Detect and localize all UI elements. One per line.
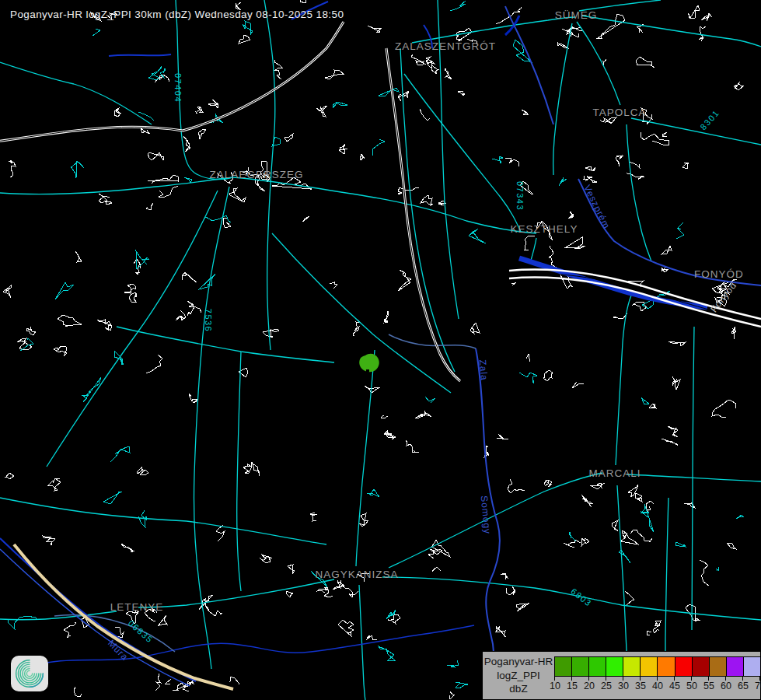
color-scale-legend: Poganyvar-HR logZ_PPI dbZ 10152025303540…	[482, 651, 761, 700]
legend-swatch	[623, 657, 641, 676]
legend-swatch	[555, 657, 572, 676]
legend-tick-label: 35	[635, 681, 646, 691]
radar-echo-notch	[366, 369, 369, 372]
legend-tick-label: 15	[567, 681, 578, 691]
town-label-nagykanizsa: NAGYKANIZSA	[315, 569, 398, 580]
town-label-zalaegerszeg: ZALAEGERSZEG	[210, 169, 304, 180]
radar-map-canvas	[0, 0, 761, 700]
town-label-sümeg: SÜMEG	[555, 9, 598, 21]
legend-tick-label: 45	[669, 681, 680, 691]
road-number-label: 07343	[515, 181, 525, 211]
legend-tick-labels: 10152025303540455055606570	[554, 681, 761, 693]
legend-tick-label: 60	[721, 681, 731, 691]
major-road-layer	[0, 22, 761, 381]
legend-swatch	[744, 657, 760, 676]
legend-product: logZ_PPI	[497, 669, 540, 683]
legend-tick-label: 10	[550, 681, 560, 691]
road-number-label: 7536	[204, 309, 213, 332]
legend-color-bar	[554, 656, 761, 677]
legend-swatch	[693, 657, 710, 676]
town-label-keszthely: KESZTHELY	[511, 223, 578, 235]
legend-swatch	[589, 657, 606, 676]
legend-swatch	[572, 657, 589, 676]
area-label-zala: Zala	[477, 359, 490, 381]
legend-unit: dbZ	[509, 682, 527, 696]
town-label-tapolca: TAPOLCA	[592, 107, 646, 118]
radar-echo-blob	[359, 354, 379, 372]
town-label-marcali: MARCALI	[588, 467, 641, 479]
legend-radar-name: Poganyvar-HR	[484, 655, 553, 669]
legend-swatch	[641, 657, 658, 676]
legend-tick-label: 25	[601, 681, 612, 691]
legend-swatch	[658, 657, 675, 676]
legend-tick-label: 40	[652, 681, 663, 691]
legend-swatch	[727, 657, 744, 676]
radar-map-screen: Poganyvar-HR logZ_PPI 30km (dbZ) Wednesd…	[0, 0, 761, 700]
county-boundary-layer	[54, 6, 761, 700]
legend-tick-label: 20	[584, 681, 595, 691]
legend-tick-label: 55	[703, 681, 714, 691]
legend-bar-area: 10152025303540455055606570	[554, 652, 760, 699]
legend-tick-label: 50	[686, 681, 697, 691]
village-outlines-layer	[3, 0, 744, 699]
legend-swatch	[710, 657, 727, 676]
legend-tick-label: 70	[755, 681, 761, 691]
town-label-zalaszentgrót: ZALASZENTGRÓT	[395, 40, 496, 52]
radar-product-title: Poganyvar-HR logZ_PPI 30km (dbZ) Wednesd…	[10, 9, 344, 20]
town-label-letenye: LETENYE	[110, 601, 164, 613]
spiral-logo-icon	[12, 657, 47, 690]
legend-text-block: Poganyvar-HR logZ_PPI dbZ	[483, 652, 554, 699]
legend-tick-label: 30	[618, 681, 629, 691]
river-layer	[0, 2, 707, 686]
radar-app-icon[interactable]	[11, 656, 48, 691]
legend-swatch	[675, 657, 693, 676]
legend-tick-label: 65	[738, 681, 749, 691]
road-number-label: 07404	[173, 73, 183, 103]
town-label-fonyód: FONYÓD	[694, 268, 744, 280]
legend-swatch	[606, 657, 623, 676]
road-network-layer	[0, 0, 761, 700]
